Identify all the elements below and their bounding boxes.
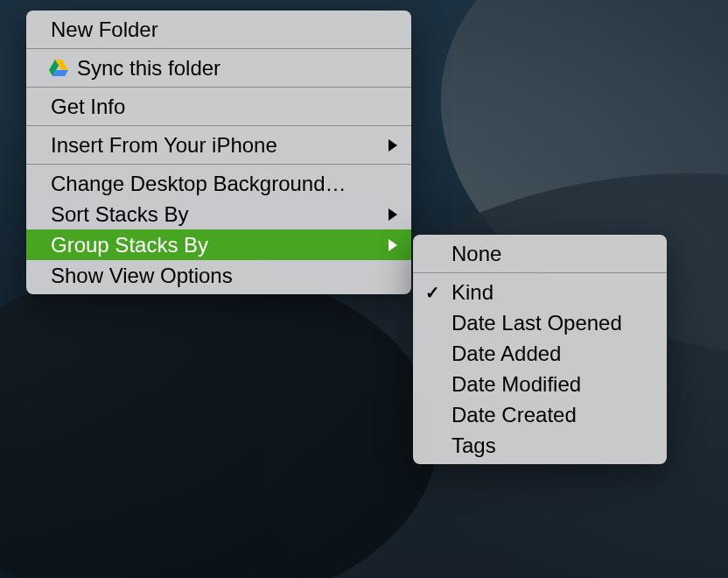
submenu-arrow-icon	[388, 139, 397, 152]
menu-separator	[26, 48, 411, 49]
menu-separator	[26, 125, 411, 126]
group-stacks-by-submenu: None ✓ Kind Date Last Opened Date Added …	[413, 235, 667, 464]
menu-item-sync-this-folder[interactable]: Sync this folder	[26, 53, 411, 83]
checkmark-icon: ✓	[425, 282, 440, 303]
menu-item-new-folder[interactable]: New Folder	[26, 14, 411, 45]
menu-item-label: Get Info	[51, 95, 397, 119]
submenu-item-tags[interactable]: Tags	[413, 430, 667, 461]
submenu-item-kind[interactable]: ✓ Kind	[413, 277, 667, 307]
menu-item-change-desktop-background[interactable]: Change Desktop Background…	[26, 168, 411, 199]
menu-item-show-view-options[interactable]: Show View Options	[26, 260, 411, 291]
submenu-item-date-last-opened[interactable]: Date Last Opened	[413, 307, 667, 338]
menu-item-label: Group Stacks By	[51, 233, 397, 257]
submenu-item-date-modified[interactable]: Date Modified	[413, 369, 667, 399]
submenu-item-none[interactable]: None	[413, 238, 667, 269]
desktop-background-shape	[0, 263, 438, 578]
submenu-item-label: Date Modified	[452, 372, 653, 397]
submenu-item-label: Kind	[452, 280, 653, 305]
submenu-item-label: Date Added	[452, 342, 653, 366]
menu-item-label: Change Desktop Background…	[51, 172, 397, 196]
desktop-context-menu: New Folder Sync this folder Get Info Ins…	[26, 11, 411, 294]
menu-item-label: Sort Stacks By	[51, 202, 397, 227]
menu-item-label: Insert From Your iPhone	[51, 133, 397, 158]
menu-item-label: Show View Options	[51, 264, 397, 288]
menu-separator	[26, 87, 411, 88]
submenu-item-label: None	[452, 242, 653, 266]
menu-item-label: Sync this folder	[77, 56, 397, 81]
menu-item-insert-from-iphone[interactable]: Insert From Your iPhone	[26, 130, 411, 160]
menu-separator	[413, 272, 667, 273]
submenu-item-label: Date Last Opened	[452, 311, 653, 335]
menu-item-sort-stacks-by[interactable]: Sort Stacks By	[26, 199, 411, 229]
submenu-item-label: Date Created	[452, 403, 653, 427]
menu-item-get-info[interactable]: Get Info	[26, 91, 411, 122]
menu-item-group-stacks-by[interactable]: Group Stacks By	[26, 229, 411, 260]
google-drive-icon	[49, 60, 68, 77]
menu-separator	[26, 164, 411, 165]
submenu-item-date-added[interactable]: Date Added	[413, 338, 667, 369]
submenu-item-label: Tags	[452, 434, 653, 458]
submenu-arrow-icon	[388, 239, 397, 251]
submenu-item-date-created[interactable]: Date Created	[413, 399, 667, 430]
menu-item-label: New Folder	[51, 18, 397, 42]
submenu-arrow-icon	[388, 208, 397, 221]
